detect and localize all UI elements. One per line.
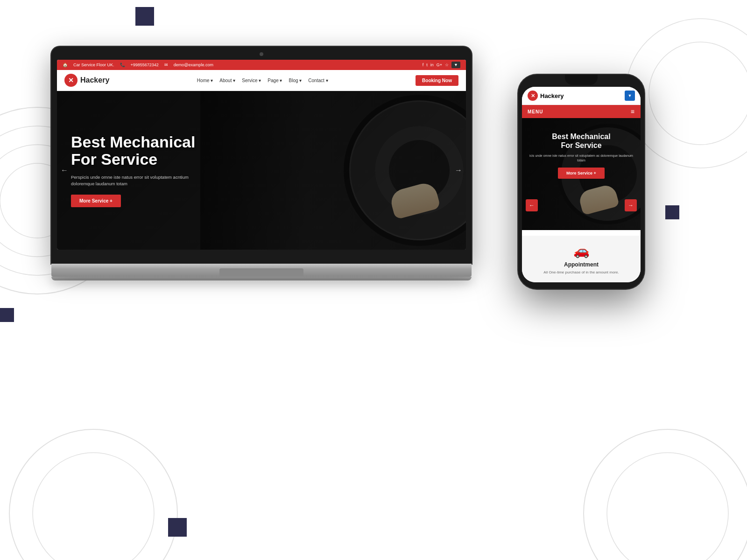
address-text: Car Service Floor UK. <box>73 63 114 67</box>
phone-card-section: 🚗 Appointment All One-time purchase of i… <box>522 236 641 282</box>
brand-name: Hackery <box>80 76 109 84</box>
phone-nav: ✕ Hackery ▼ <box>522 87 641 105</box>
laptop-notch <box>219 268 303 277</box>
email-text: demo@example.com <box>174 63 213 67</box>
phone-menu-label: MENU <box>528 109 543 114</box>
logo: ✕ Hackery <box>64 74 109 87</box>
phone-card-title: Appointment <box>528 261 635 268</box>
phone-hero-title: Best Mechanical For Service <box>529 132 634 150</box>
phone-hero: Best Mechanical For Service icis unde om… <box>522 118 641 230</box>
deco-square-4 <box>168 518 187 537</box>
social-in[interactable]: in <box>430 63 434 67</box>
hero-section: Best Mechanical For Service Perspicis un… <box>57 91 466 250</box>
phone-next-arrow[interactable]: → <box>625 199 637 211</box>
hero-content: Best Mechanical For Service Perspicis un… <box>57 119 209 221</box>
hero-subtitle: Perspicis unde omne iste natus error sit… <box>71 174 192 188</box>
lang-toggle[interactable]: ▼ <box>451 62 460 68</box>
hero-title-line1: Best Mechanical <box>71 133 195 151</box>
laptop-camera <box>260 52 263 56</box>
deco-square-2 <box>0 308 14 322</box>
hero-next-arrow[interactable]: → <box>455 166 462 175</box>
website-content: 🏠 Car Service Floor UK. 📞 +99855672342 ✉… <box>57 60 466 250</box>
social-gp[interactable]: G+ <box>437 63 442 67</box>
scene: 🏠 Car Service Floor UK. 📞 +99855672342 ✉… <box>0 0 747 560</box>
hero-prev-arrow[interactable]: ← <box>61 166 68 175</box>
deco-square-3 <box>665 205 679 219</box>
nav-links: Home ▾ About ▾ Service ▾ Page ▾ Blog ▾ C… <box>197 78 328 83</box>
top-bar: 🏠 Car Service Floor UK. 📞 +99855672342 ✉… <box>57 60 466 70</box>
email-icon: ✉ <box>164 63 168 67</box>
phone-hero-line2: For Service <box>529 141 634 150</box>
laptop-base <box>51 264 472 277</box>
nav-about[interactable]: About ▾ <box>219 78 235 83</box>
phone-notch <box>565 75 598 85</box>
phone-logo: ✕ Hackery <box>528 91 564 101</box>
phone-hero-line1: Best Mechanical <box>529 132 634 141</box>
logo-icon: ✕ <box>64 74 78 87</box>
laptop-foot <box>51 277 472 280</box>
phone-outer: ✕ Hackery ▼ MENU ≡ <box>518 75 644 289</box>
laptop-screen-outer: 🏠 Car Service Floor UK. 📞 +99855672342 ✉… <box>51 47 472 264</box>
top-bar-right: f t in G+ ☆ ▼ <box>423 62 460 68</box>
phone-logo-icon: ✕ <box>528 91 538 101</box>
hero-title: Best Mechanical For Service <box>71 133 195 168</box>
nav-bar: ✕ Hackery Home ▾ About ▾ Service ▾ Page … <box>57 70 466 91</box>
phone-mockup: ✕ Hackery ▼ MENU ≡ <box>518 75 644 289</box>
nav-service[interactable]: Service ▾ <box>242 78 261 83</box>
nav-blog[interactable]: Blog ▾ <box>289 78 302 83</box>
phone-brand-name: Hackery <box>540 92 564 99</box>
hero-title-line2: For Service <box>71 151 195 168</box>
phone-menu-bar: MENU ≡ <box>522 105 641 118</box>
nav-home[interactable]: Home ▾ <box>197 78 213 83</box>
social-fb[interactable]: f <box>423 63 424 67</box>
social-star[interactable]: ☆ <box>445 63 449 67</box>
car-icon: 🚗 <box>528 243 635 259</box>
phone-hamburger-icon[interactable]: ≡ <box>631 108 635 115</box>
nav-contact[interactable]: Contact ▾ <box>308 78 328 83</box>
social-tw[interactable]: t <box>426 63 428 67</box>
top-bar-left: 🏠 Car Service Floor UK. 📞 +99855672342 ✉… <box>63 63 213 67</box>
phone-icon: 📞 <box>120 63 125 67</box>
phone-screen: ✕ Hackery ▼ MENU ≡ <box>522 87 641 282</box>
phone-card-text: All One-time purchase of in the amount m… <box>528 270 635 275</box>
laptop-screen: 🏠 Car Service Floor UK. 📞 +99855672342 ✉… <box>57 60 466 250</box>
phone-website: ✕ Hackery ▼ MENU ≡ <box>522 87 641 282</box>
nav-page[interactable]: Page ▾ <box>268 78 282 83</box>
phone-arrows: ← → <box>522 199 641 211</box>
deco-square-1 <box>135 7 154 26</box>
booking-button[interactable]: Booking Now <box>416 75 458 86</box>
address-icon: 🏠 <box>63 63 68 67</box>
more-service-button[interactable]: More Service + <box>71 195 121 207</box>
phone-hero-subtitle: icis unde omne iste natus error sit volu… <box>529 154 634 163</box>
phone-lang-toggle[interactable]: ▼ <box>625 91 635 101</box>
phone-text: +99855672342 <box>131 63 159 67</box>
laptop-mockup: 🏠 Car Service Floor UK. 📞 +99855672342 ✉… <box>51 47 472 280</box>
phone-hero-content: Best Mechanical For Service icis unde om… <box>522 118 641 185</box>
phone-card-spacer <box>522 230 641 236</box>
phone-prev-arrow[interactable]: ← <box>526 199 538 211</box>
phone-more-service-button[interactable]: More Service + <box>558 168 605 179</box>
